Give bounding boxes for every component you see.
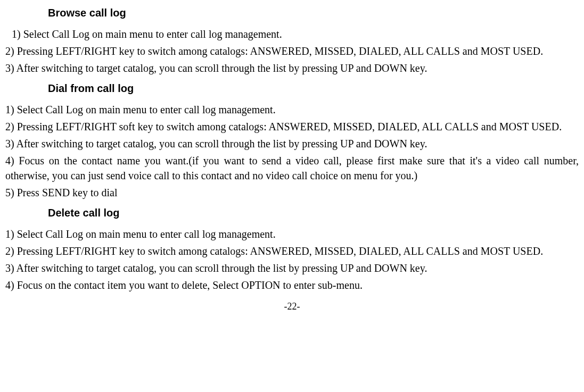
delete-step-1: 1) Select Call Log on main menu to enter… (5, 227, 579, 241)
heading-delete-call-log: Delete call log (48, 205, 579, 220)
dial-step-4: 4) Focus on the contact name you want.(i… (5, 153, 579, 183)
browse-step-2: 2) Pressing LEFT/RIGHT key to switch amo… (5, 44, 579, 59)
delete-step-4: 4) Focus on the contact item you want to… (5, 278, 579, 293)
heading-dial-from-call-log: Dial from call log (48, 81, 579, 96)
page-number: -22- (5, 300, 579, 313)
delete-step-3: 3) After switching to target catalog, yo… (5, 261, 579, 276)
dial-step-3: 3) After switching to target catalog, yo… (5, 136, 579, 151)
dial-step-1: 1) Select Call Log on main menu to enter… (5, 102, 579, 117)
browse-step-3: 3) After switching to target catalog, yo… (5, 61, 579, 76)
browse-step-1: 1) Select Call Log on main menu to enter… (5, 27, 579, 41)
heading-browse-call-log: Browse call log (48, 5, 579, 20)
document-page: Browse call log 1) Select Call Log on ma… (0, 5, 584, 313)
dial-step-2: 2) Pressing LEFT/RIGHT soft key to switc… (5, 119, 579, 134)
delete-step-2: 2) Pressing LEFT/RIGHT key to switch amo… (5, 244, 579, 258)
dial-step-5: 5) Press SEND key to dial (5, 185, 579, 200)
